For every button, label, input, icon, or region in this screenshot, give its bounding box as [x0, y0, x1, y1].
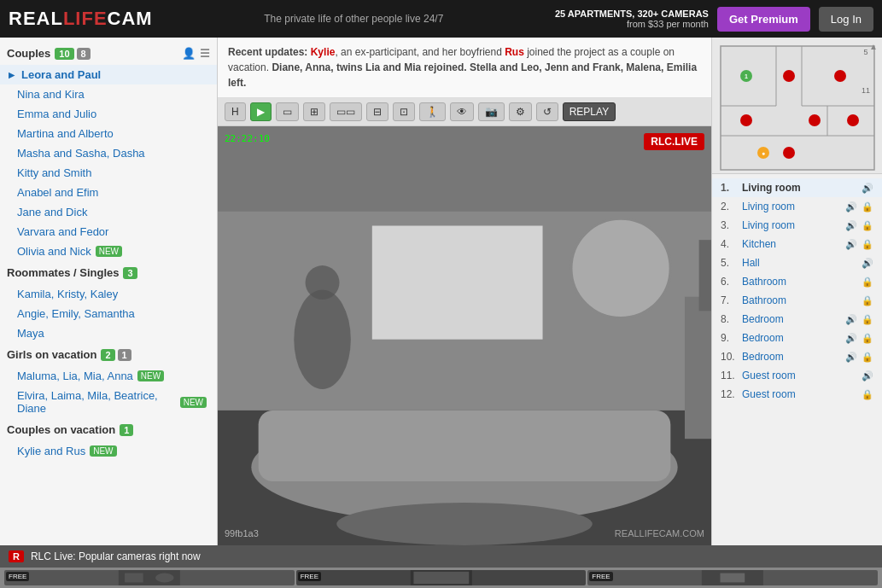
svg-point-8: [336, 503, 593, 545]
wide-button[interactable]: ⊡: [393, 102, 415, 121]
room-bedroom-8[interactable]: 8. Bedroom 🔊 🔒: [712, 310, 882, 329]
couple-kitty-smith[interactable]: Kitty and Smith: [0, 163, 217, 183]
settings-button[interactable]: ⚙: [509, 102, 532, 121]
thumbnail-1[interactable]: FREE: [4, 570, 295, 585]
room-num: 9.: [721, 332, 738, 344]
person-button[interactable]: 🚶: [419, 102, 446, 121]
lock-icon: 🔒: [862, 277, 873, 288]
room-hall[interactable]: 5. Hall 🔊: [712, 253, 882, 272]
svg-point-11: [294, 289, 351, 389]
roommate-maya[interactable]: Maya: [0, 323, 217, 343]
view3-button[interactable]: ▭▭: [330, 102, 362, 121]
couple-leora-paul[interactable]: Leora and Paul: [0, 65, 217, 84]
view1-button[interactable]: ▭: [276, 102, 299, 121]
room-guest-12[interactable]: 12. Guest room 🔒: [712, 385, 882, 404]
svg-rect-33: [125, 573, 143, 583]
couple-kylie-rus[interactable]: Kylie and Rus NEW: [0, 441, 217, 461]
sound-icon[interactable]: 🔊: [862, 183, 873, 194]
couple-masha-sasha-dasha[interactable]: Masha and Sasha, Dasha: [0, 143, 217, 163]
new-badge: NEW: [137, 370, 164, 381]
roommates-count-badge: 3: [123, 267, 137, 279]
cam-id: 99fb1a3: [225, 528, 259, 539]
play-button[interactable]: ▶: [250, 102, 272, 121]
svg-point-5: [571, 218, 671, 318]
new-badge: NEW: [90, 445, 116, 457]
svg-point-34: [155, 573, 174, 583]
couple-varvara-fedor[interactable]: Varvara and Fedor: [0, 222, 217, 242]
lock-icon: 🔒: [862, 352, 873, 363]
view2-button[interactable]: ⊞: [303, 102, 325, 121]
couple-jane-dick[interactable]: Jane and Dick: [0, 202, 217, 222]
room-name: Kitchen: [742, 238, 841, 250]
girls-vacation-section-header[interactable]: Girls on vacation 2 1: [0, 343, 217, 366]
couple-nina-kira[interactable]: Nina and Kira: [0, 84, 217, 104]
room-name: Hall: [742, 257, 857, 269]
bottom-bar: R RLC Live: Popular cameras right now FR…: [0, 545, 882, 588]
couple-martina-alberto[interactable]: Martina and Alberto: [0, 124, 217, 143]
live-badge: RLC.LIVE: [644, 133, 704, 150]
thumbnail-3[interactable]: FREE: [587, 570, 878, 585]
free-badge: FREE: [589, 572, 612, 581]
popular-cameras-header: R RLC Live: Popular cameras right now: [0, 545, 882, 568]
room-guest-11[interactable]: 11. Guest room 🔊: [712, 366, 882, 385]
eye-button[interactable]: 👁: [450, 102, 474, 121]
camera-button[interactable]: 📷: [478, 102, 505, 121]
girls-maluma[interactable]: Maluma, Lia, Mia, Anna NEW: [0, 366, 217, 386]
room-name: Guest room: [742, 370, 857, 381]
sound-icon[interactable]: 🔊: [845, 220, 857, 231]
main-area: Couples 10 8 👤 ☰ Leora and Paul Nina and…: [0, 38, 882, 545]
notice-bar: Recent updates: Kylie, an ex-participant…: [218, 38, 711, 98]
room-kitchen[interactable]: 4. Kitchen 🔊 🔒: [712, 235, 882, 253]
couples-total-badge: 8: [77, 48, 91, 60]
svg-rect-10: [699, 240, 711, 311]
sound-icon[interactable]: 🔊: [845, 333, 857, 344]
video-frame: [218, 126, 711, 545]
refresh-button[interactable]: ↺: [536, 102, 558, 121]
room-bedroom-9[interactable]: 9. Bedroom 🔊 🔒: [712, 329, 882, 347]
sound-icon[interactable]: 🔊: [845, 239, 857, 250]
room-living-3[interactable]: 3. Living room 🔊 🔒: [712, 216, 882, 235]
couple-olivia-nick[interactable]: Olivia and Nick NEW: [0, 242, 217, 261]
room-name: Bedroom: [742, 313, 841, 325]
menu-icon: ☰: [200, 47, 210, 60]
svg-point-25: [847, 114, 859, 126]
replay-button[interactable]: REPLAY: [563, 102, 616, 121]
free-badge: FREE: [298, 572, 321, 581]
room-name: Living room: [742, 219, 841, 231]
room-num: 5.: [721, 257, 738, 269]
room-num: 2.: [721, 201, 738, 212]
couples-vacation-section-header[interactable]: Couples on vacation 1: [0, 418, 217, 441]
room-living-2[interactable]: 2. Living room 🔊 🔒: [712, 197, 882, 216]
couples-label: Couples: [7, 47, 50, 60]
couple-emma-julio[interactable]: Emma and Julio: [0, 104, 217, 124]
girls-elvira[interactable]: Elvira, Laima, Mila, Beatrice, Diane NEW: [0, 386, 217, 418]
video-player[interactable]: 22:22:10 RLC.LIVE REALLIFECAM.COM 99fb1a…: [218, 126, 711, 545]
couple-anabel-efim[interactable]: Anabel and Efim: [0, 183, 217, 202]
sound-icon[interactable]: 🔊: [845, 201, 857, 212]
room-name: Living room: [742, 182, 857, 194]
new-badge: NEW: [180, 397, 207, 408]
room-bathroom-6[interactable]: 6. Bathroom 🔒: [712, 272, 882, 291]
collapse-icon[interactable]: ▲: [869, 42, 878, 51]
get-premium-button[interactable]: Get Premium: [717, 7, 810, 32]
roommate-kamila[interactable]: Kamila, Kristy, Kaley: [0, 284, 217, 304]
sound-icon[interactable]: 🔊: [845, 314, 857, 325]
grid-button[interactable]: ⊟: [366, 102, 388, 121]
logo-life: LIFE: [63, 8, 108, 29]
girls-online-badge: 2: [101, 349, 114, 361]
sound-icon[interactable]: 🔊: [862, 370, 873, 381]
roommates-section-header[interactable]: Roommates / Singles 3: [0, 261, 217, 284]
room-panel: ▲ 1: [711, 38, 882, 545]
sound-icon[interactable]: 🔊: [862, 258, 873, 269]
room-living-1[interactable]: 1. Living room 🔊: [712, 178, 882, 197]
couples-section-header[interactable]: Couples 10 8 👤 ☰: [0, 42, 217, 65]
svg-point-26: [809, 114, 821, 126]
roommate-angie[interactable]: Angie, Emily, Samantha: [0, 304, 217, 323]
room-bathroom-7[interactable]: 7. Bathroom 🔒: [712, 291, 882, 310]
hd-button[interactable]: H: [225, 102, 246, 121]
sound-icon[interactable]: 🔊: [845, 352, 857, 363]
thumbnail-2[interactable]: FREE: [296, 570, 587, 585]
svg-rect-4: [372, 226, 543, 340]
login-button[interactable]: Log In: [819, 7, 873, 32]
room-bedroom-10[interactable]: 10. Bedroom 🔊 🔒: [712, 347, 882, 366]
